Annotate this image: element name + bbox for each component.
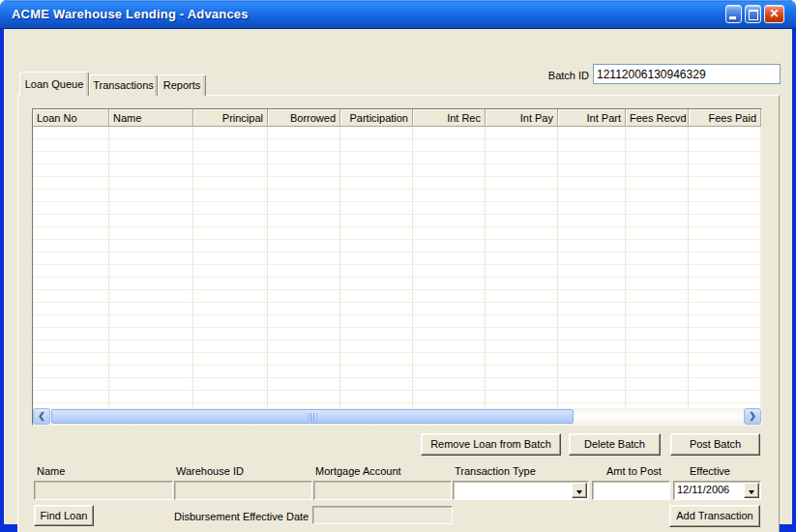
table-cell <box>268 378 340 390</box>
disbursement-effective-date-input[interactable] <box>312 506 453 524</box>
column-header-participation[interactable]: Participation <box>340 109 413 127</box>
table-cell <box>413 366 486 377</box>
scroll-left-button[interactable]: ❮ <box>33 408 50 425</box>
table-cell <box>558 164 626 176</box>
name-input[interactable] <box>34 481 173 500</box>
column-header-fees-paid[interactable]: Fees Paid <box>689 109 761 127</box>
column-header-fees-recvd[interactable]: Fees Recvd <box>626 109 689 127</box>
table-cell <box>33 353 109 365</box>
table-cell <box>413 303 486 314</box>
table-cell <box>109 240 193 251</box>
table-cell <box>268 366 340 377</box>
table-cell <box>193 340 268 352</box>
table-cell <box>268 353 340 365</box>
table-cell <box>109 278 193 289</box>
table-cell <box>193 252 268 264</box>
table-cell <box>193 391 268 402</box>
effective-label: Effective <box>690 465 730 477</box>
table-cell <box>193 164 268 176</box>
table-cell <box>33 152 109 163</box>
scrollbar-grip-icon <box>309 413 317 422</box>
table-cell <box>193 152 268 163</box>
table-body[interactable] <box>33 127 761 409</box>
tab-reports[interactable]: Reports <box>158 74 206 96</box>
table-cell <box>413 152 486 163</box>
table-cell <box>340 164 413 176</box>
table-cell <box>413 190 486 201</box>
column-header-name[interactable]: Name <box>109 109 193 127</box>
table-cell <box>486 290 558 302</box>
table-cell <box>626 152 689 163</box>
table-cell <box>689 215 761 226</box>
table-cell <box>626 227 689 239</box>
horizontal-scrollbar[interactable]: ❮ ❯ <box>33 408 761 425</box>
warehouse-id-input[interactable] <box>174 481 312 500</box>
table-cell <box>340 340 413 352</box>
table-cell <box>268 240 340 251</box>
table-cell <box>413 164 486 176</box>
table-cell <box>413 265 486 277</box>
table-cell <box>626 240 689 251</box>
table-cell <box>109 227 193 239</box>
column-header-int-part[interactable]: Int Part <box>558 109 626 127</box>
close-button[interactable]: ✕ <box>764 5 784 23</box>
scrollbar-thumb[interactable] <box>51 409 574 424</box>
table-cell <box>558 177 626 189</box>
table-cell <box>33 227 109 239</box>
amt-to-post-input[interactable] <box>592 481 670 500</box>
table-cell <box>558 265 626 277</box>
chevron-down-icon <box>576 490 582 494</box>
table-cell <box>413 391 486 402</box>
column-header-borrowed[interactable]: Borrowed <box>268 109 340 127</box>
table-cell <box>193 190 268 201</box>
transaction-type-dropdown-button[interactable] <box>572 483 587 498</box>
table-cell <box>486 378 558 390</box>
table-cell <box>109 265 193 277</box>
table-cell <box>689 227 761 239</box>
maximize-button[interactable] <box>745 5 761 23</box>
table-cell <box>340 315 413 327</box>
column-header-int-rec[interactable]: Int Rec <box>413 109 486 127</box>
table-cell <box>486 252 558 264</box>
tab-loan-queue[interactable]: Loan Queue <box>19 72 89 96</box>
title-bar[interactable]: ACME Warehouse Lending - Advances ✕ <box>0 0 796 29</box>
table-cell <box>109 139 193 151</box>
effective-dropdown-button[interactable] <box>744 483 759 498</box>
scroll-right-button[interactable]: ❯ <box>744 408 761 425</box>
table-cell <box>340 391 413 402</box>
window-title: ACME Warehouse Lending - Advances <box>12 0 249 29</box>
table-row <box>33 152 761 164</box>
table-cell <box>33 366 109 377</box>
table-cell <box>689 340 761 352</box>
batch-id-input[interactable] <box>593 64 781 84</box>
column-header-loan-no[interactable]: Loan No <box>33 109 109 127</box>
remove-loan-from-batch-button[interactable]: Remove Loan from Batch <box>421 433 561 456</box>
table-cell <box>486 152 558 163</box>
find-loan-button[interactable]: Find Loan <box>34 505 94 526</box>
column-header-principal[interactable]: Principal <box>193 109 268 127</box>
table-cell <box>413 240 486 251</box>
table-cell <box>340 252 413 264</box>
table-cell <box>486 190 558 201</box>
add-transaction-button[interactable]: Add Transaction <box>669 505 760 527</box>
mortgage-account-input[interactable] <box>313 481 452 500</box>
table-cell <box>193 303 268 314</box>
table-cell <box>109 290 193 302</box>
column-header-int-pay[interactable]: Int Pay <box>486 109 558 127</box>
tab-transactions[interactable]: Transactions <box>89 74 158 96</box>
delete-batch-button[interactable]: Delete Batch <box>569 433 661 456</box>
table-cell <box>193 215 268 226</box>
table-header-row: Loan NoNamePrincipalBorrowedParticipatio… <box>33 109 761 127</box>
table-cell <box>413 353 486 365</box>
minimize-button[interactable] <box>725 5 742 23</box>
table-cell <box>340 240 413 251</box>
table-cell <box>109 340 193 352</box>
effective-date-picker[interactable]: 12/11/2006 <box>673 481 761 500</box>
post-batch-button[interactable]: Post Batch <box>670 433 760 456</box>
transaction-type-select[interactable] <box>453 481 589 500</box>
table-cell <box>486 202 558 214</box>
table-cell <box>689 290 761 302</box>
table-cell <box>558 190 626 201</box>
table-cell <box>558 152 626 163</box>
table-cell <box>689 303 761 314</box>
